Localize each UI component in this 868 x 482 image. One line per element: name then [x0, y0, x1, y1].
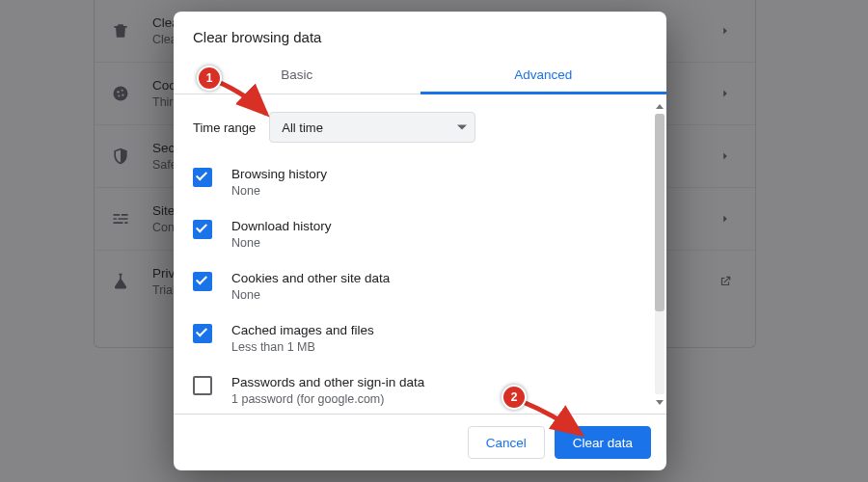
time-range-value: All time	[282, 120, 323, 135]
tab-advanced[interactable]: Advanced	[420, 55, 667, 94]
option-sub: None	[231, 287, 649, 303]
option-sub: Less than 1 MB	[231, 339, 649, 355]
option-sub: None	[231, 183, 649, 199]
checkbox-passwords[interactable]	[193, 376, 212, 395]
checkbox-download-history[interactable]	[193, 220, 212, 239]
chevron-down-icon	[457, 125, 467, 130]
dialog-title: Clear browsing data	[174, 12, 666, 55]
checkbox-browsing-history[interactable]	[193, 168, 212, 187]
checkbox-cached-images[interactable]	[193, 324, 212, 343]
annotation-badge-2: 2	[502, 385, 527, 410]
option-title: Browsing history	[231, 166, 649, 183]
scrollbar[interactable]	[653, 100, 666, 408]
time-range-label: Time range	[193, 120, 256, 135]
option-row: Browsing history None	[174, 156, 649, 208]
option-sub: None	[231, 235, 649, 251]
option-title: Passwords and other sign-in data	[231, 374, 649, 391]
option-row: Cached images and files Less than 1 MB	[174, 312, 649, 364]
checkbox-cookies[interactable]	[193, 272, 212, 291]
dialog-tabs: Basic Advanced	[174, 55, 666, 94]
option-title: Download history	[231, 218, 649, 235]
option-sub: 1 password (for google.com)	[231, 391, 649, 407]
annotation-badge-1: 1	[197, 66, 222, 91]
scrollbar-thumb[interactable]	[655, 114, 665, 311]
option-row: Passwords and other sign-in data 1 passw…	[174, 364, 649, 414]
time-range-select[interactable]: All time	[269, 112, 475, 143]
clear-browsing-data-dialog: Clear browsing data Basic Advanced Time …	[174, 12, 666, 470]
scrollbar-up-icon[interactable]	[655, 100, 665, 112]
dialog-scroll-area[interactable]: Time range All time Browsing history Non…	[174, 94, 666, 414]
option-title: Cached images and files	[231, 322, 649, 339]
cancel-button[interactable]: Cancel	[468, 426, 545, 459]
option-row: Cookies and other site data None	[174, 260, 649, 312]
scrollbar-down-icon[interactable]	[655, 396, 665, 408]
clear-data-button[interactable]: Clear data	[555, 426, 651, 459]
option-title: Cookies and other site data	[231, 270, 649, 287]
option-row: Download history None	[174, 208, 649, 260]
